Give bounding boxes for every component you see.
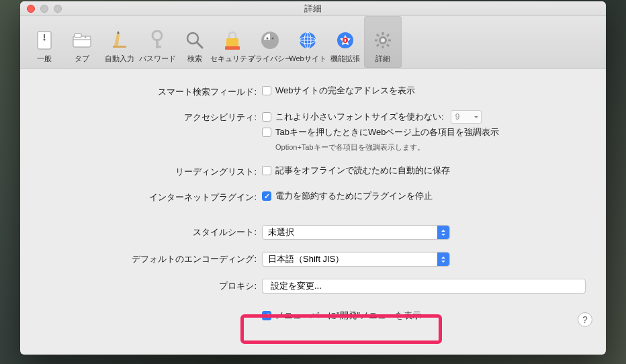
develop-menu-checkbox[interactable]: [262, 311, 271, 320]
minimize-button[interactable]: [40, 5, 48, 13]
toolbar-label: タブ: [75, 54, 89, 64]
min-font-text: これより小さいフォントサイズを使わない:: [275, 111, 444, 123]
stylesheet-label: スタイルシート:: [40, 225, 262, 238]
passwords-icon: [146, 30, 168, 51]
svg-rect-12: [156, 46, 161, 48]
websites-icon: [297, 30, 318, 51]
min-font-checkbox[interactable]: [262, 112, 271, 122]
internet-plugins-label: インターネットプラグイン:: [40, 190, 262, 203]
svg-marker-8: [114, 34, 120, 46]
power-save-text: 電力を節約するためにプラグインを停止: [275, 190, 433, 202]
svg-line-34: [377, 34, 379, 36]
toolbar-label: 自動入力: [105, 54, 134, 64]
svg-point-19: [272, 38, 274, 40]
toolbar-tab-security[interactable]: セキュリティ: [214, 16, 251, 68]
toolbar-tab-general[interactable]: 一般: [26, 16, 63, 68]
svg-rect-28: [345, 39, 346, 42]
toolbar-tab-privacy[interactable]: プライバシー: [251, 16, 289, 68]
accessibility-label: アクセシビリティ:: [40, 110, 262, 124]
search-icon: [184, 30, 206, 51]
svg-line-37: [387, 34, 389, 36]
svg-point-38: [381, 38, 385, 42]
toolbar-label: Webサイト: [289, 54, 326, 64]
show-full-url-checkbox[interactable]: [262, 86, 271, 95]
traffic-lights: [20, 5, 62, 13]
security-icon: [222, 30, 243, 51]
toolbar-tab-websites[interactable]: Webサイト: [289, 16, 326, 68]
power-save-checkbox[interactable]: [262, 191, 271, 201]
svg-line-36: [377, 44, 379, 46]
zoom-button[interactable]: [54, 5, 62, 13]
toolbar-tab-advanced[interactable]: 詳細: [364, 16, 402, 68]
svg-line-14: [197, 42, 202, 48]
toolbar-label: 検索: [187, 54, 202, 64]
proxy-label: プロキシ:: [40, 279, 262, 292]
tab-highlight-checkbox[interactable]: [262, 128, 271, 137]
toolbar-label: 一般: [37, 54, 52, 64]
reading-list-label: リーディングリスト:: [40, 165, 262, 178]
svg-point-2: [44, 39, 46, 41]
advanced-icon: [372, 30, 394, 51]
toolbar-label: 詳細: [375, 54, 390, 64]
min-font-stepper[interactable]: 9: [451, 110, 482, 124]
svg-point-10: [152, 31, 162, 40]
toolbar-label: 機能拡張: [330, 54, 360, 64]
toolbar-tab-extensions[interactable]: 機能拡張: [326, 16, 364, 68]
autofill-icon: [109, 30, 130, 51]
svg-point-18: [267, 38, 269, 40]
help-button[interactable]: ?: [578, 312, 592, 327]
svg-rect-16: [225, 46, 240, 50]
toolbar-tab-search[interactable]: 検索: [176, 16, 214, 68]
window-title: 詳細: [20, 3, 606, 15]
proxy-change-button[interactable]: 設定を変更...: [262, 279, 586, 293]
svg-marker-9: [117, 31, 120, 34]
svg-text:+: +: [84, 34, 87, 40]
toolbar-label: パスワード: [139, 54, 176, 64]
tab-hint: Option+Tabキーで各項目を強調表示します。: [275, 142, 586, 152]
stylesheet-popup[interactable]: 未選択: [262, 225, 450, 240]
preferences-window: 詳細 一般+タブ自動入力パスワード検索セキュリティプライバシーWebサイト機能拡…: [20, 1, 606, 355]
stylesheet-value: 未選択: [268, 226, 294, 238]
close-button[interactable]: [27, 5, 35, 13]
svg-line-35: [387, 44, 389, 46]
offline-save-checkbox[interactable]: [262, 166, 271, 175]
svg-rect-7: [113, 46, 126, 48]
privacy-icon: [259, 30, 281, 51]
svg-rect-1: [44, 34, 45, 38]
toolbar-tab-passwords[interactable]: パスワード: [138, 16, 176, 68]
toolbar-tab-tabs[interactable]: +タブ: [63, 16, 101, 68]
toolbar-tab-autofill[interactable]: 自動入力: [101, 16, 138, 68]
tab-highlight-text: Tabキーを押したときにWebページ上の各項目を強調表示: [275, 126, 499, 138]
smart-search-label: スマート検索フィールド:: [40, 85, 262, 98]
tabs-icon: +: [71, 30, 93, 51]
extensions-icon: [334, 30, 356, 51]
svg-rect-5: [75, 34, 81, 38]
offline-save-text: 記事をオフラインで読むために自動的に保存: [275, 165, 450, 177]
develop-menu-text: メニューバーに"開発"メニューを表示: [275, 310, 421, 322]
preferences-toolbar: 一般+タブ自動入力パスワード検索セキュリティプライバシーWebサイト機能拡張詳細: [20, 16, 606, 69]
chevron-updown-icon: [437, 226, 449, 239]
titlebar[interactable]: 詳細: [20, 1, 606, 16]
show-full-url-text: Webサイトの完全なアドレスを表示: [275, 85, 416, 97]
content-area: スマート検索フィールド: Webサイトの完全なアドレスを表示 アクセシビリティ:…: [20, 69, 606, 340]
general-icon: [34, 30, 55, 51]
default-encoding-label: デフォルトのエンコーディング:: [40, 252, 262, 265]
default-encoding-popup[interactable]: 日本語（Shift JIS）: [262, 252, 450, 267]
toolbar-label: プライバシー: [248, 54, 292, 64]
default-encoding-value: 日本語（Shift JIS）: [268, 253, 344, 265]
chevron-updown-icon: [437, 253, 449, 266]
